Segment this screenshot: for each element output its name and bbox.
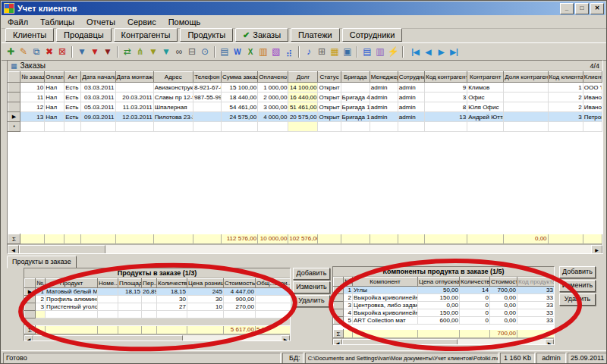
cell[interactable] xyxy=(153,122,193,132)
cell[interactable]: Иванов xyxy=(583,93,602,102)
row-selector-header[interactable] xyxy=(334,278,344,287)
minimize-button[interactable]: _ xyxy=(560,3,574,14)
column-header[interactable]: Телефон xyxy=(193,72,221,83)
cell[interactable] xyxy=(98,311,118,318)
cell[interactable] xyxy=(341,122,370,132)
cell[interactable]: Пилотова 23-2 xyxy=(153,112,193,122)
grid-setup-icon[interactable]: ▦ xyxy=(329,46,341,58)
cell[interactable]: 2 xyxy=(548,93,583,102)
new-row-marker[interactable]: * xyxy=(8,122,20,132)
last-record-icon[interactable]: ▶| xyxy=(448,48,460,56)
orders-hscrollbar[interactable]: ◀ ▶ xyxy=(8,244,602,254)
column-header[interactable]: Номе... xyxy=(98,279,118,288)
cell[interactable] xyxy=(20,122,45,132)
form-setup-icon[interactable]: ▣ xyxy=(341,46,354,58)
cell[interactable]: Нал xyxy=(45,112,64,122)
cell[interactable] xyxy=(224,311,256,318)
cell[interactable] xyxy=(36,311,46,318)
product-row[interactable]: 2Профиль алюминиев3030900,00 xyxy=(25,296,291,303)
products-edit-button[interactable]: Изменить xyxy=(293,281,330,293)
delete-record-icon[interactable]: ✖ xyxy=(43,46,55,58)
cell[interactable]: 18,15 xyxy=(118,288,142,296)
cell[interactable]: 3 000,00 xyxy=(258,102,288,112)
cell[interactable]: Нал xyxy=(45,93,64,102)
cell[interactable] xyxy=(187,311,224,318)
components-add-button[interactable]: Добавить xyxy=(559,266,596,278)
cell[interactable] xyxy=(256,288,291,296)
column-header[interactable]: Пер... xyxy=(142,279,157,288)
row-selector[interactable] xyxy=(334,309,344,317)
cell[interactable]: 1 000,00 xyxy=(258,83,288,93)
column-header[interactable]: Количество xyxy=(157,279,187,288)
row-selector[interactable] xyxy=(334,317,344,325)
order-row-selected[interactable]: ▶ 13НалЕсть09.03.201112.03.2011Пилотова … xyxy=(8,112,602,122)
scroll-right-icon[interactable]: ▶ xyxy=(545,339,554,345)
cell[interactable]: 03.03.2011 xyxy=(81,83,115,93)
column-header[interactable]: Контрагент xyxy=(467,72,504,83)
column-header[interactable]: Адрес xyxy=(153,72,193,83)
cell[interactable] xyxy=(142,296,157,303)
cell[interactable]: 0 xyxy=(460,294,490,302)
cell[interactable]: 33 xyxy=(517,309,555,317)
cell[interactable]: 0,00 xyxy=(490,294,517,302)
cell[interactable]: 12.03.2011 xyxy=(115,112,153,122)
cell[interactable]: 18 440,00 xyxy=(222,93,258,102)
cell[interactable]: admin xyxy=(370,112,398,122)
row-selector-header[interactable] xyxy=(25,279,36,288)
column-header[interactable]: Сумма заказа xyxy=(222,72,258,83)
cell[interactable]: 16 440,00 xyxy=(288,93,318,102)
current-row-marker[interactable]: ▶ xyxy=(25,288,36,296)
cell[interactable] xyxy=(504,102,548,112)
cell[interactable]: 3 xyxy=(424,93,467,102)
export-xml-icon[interactable]: ▧ xyxy=(270,46,282,58)
cell[interactable]: 2 000,00 xyxy=(258,93,288,102)
cell[interactable] xyxy=(256,296,291,303)
row-selector[interactable] xyxy=(8,102,20,112)
component-row-selected[interactable]: ▶ 1Углы50,0014700,0033 xyxy=(334,287,555,294)
scroll-thumb[interactable] xyxy=(19,245,105,254)
cell[interactable]: Офис xyxy=(467,93,504,102)
tab-sellers[interactable]: Продавцы xyxy=(56,28,112,42)
cell[interactable] xyxy=(288,122,318,132)
cell[interactable]: 0 xyxy=(460,309,490,317)
cell[interactable]: 1 xyxy=(344,287,353,294)
order-new-row[interactable]: * xyxy=(8,122,602,132)
cell[interactable]: 150,00 xyxy=(418,309,460,317)
cell[interactable] xyxy=(398,122,424,132)
column-header[interactable]: Цена отпускная xyxy=(418,278,460,287)
cell[interactable] xyxy=(193,122,221,132)
cell[interactable] xyxy=(115,122,153,132)
row-selector[interactable] xyxy=(8,93,20,102)
cell[interactable] xyxy=(193,102,221,112)
cell[interactable]: Выкройка криволинейного xyxy=(353,309,418,317)
cell[interactable]: Нал xyxy=(45,102,64,112)
column-header[interactable]: Код контрагента xyxy=(424,72,467,83)
add-record-icon[interactable]: ✚ xyxy=(5,46,17,58)
column-header[interactable]: Стоимость xyxy=(490,278,517,287)
maximize-button[interactable]: □ xyxy=(575,3,589,14)
cell[interactable] xyxy=(504,122,548,132)
export-csv-icon[interactable]: ▥ xyxy=(257,46,269,58)
cell[interactable]: 10 xyxy=(187,303,224,311)
cell[interactable]: admin xyxy=(370,93,398,102)
cell[interactable]: admin xyxy=(370,83,398,93)
row-selector[interactable] xyxy=(8,83,20,93)
cell[interactable]: 54 461,00 xyxy=(222,102,258,112)
row-selector[interactable] xyxy=(25,296,36,303)
cell[interactable]: 3 xyxy=(344,302,353,309)
cell[interactable] xyxy=(504,83,548,93)
cell[interactable]: 900,00 xyxy=(224,296,256,303)
tab-contractors[interactable]: Контрагенты xyxy=(114,28,178,42)
column-header[interactable]: Сотрудник xyxy=(398,72,424,83)
cell[interactable]: Профиль алюминиев xyxy=(46,296,98,303)
cell[interactable]: 4 000,00 xyxy=(258,112,288,122)
cell[interactable]: Юля Офис xyxy=(467,102,504,112)
close-button[interactable]: ✕ xyxy=(590,3,604,14)
cell[interactable]: Открыт xyxy=(318,93,341,102)
cell[interactable]: 18,15 xyxy=(157,288,187,296)
menu-reports[interactable]: Отчеты xyxy=(86,17,115,27)
cell[interactable] xyxy=(222,122,258,132)
cell[interactable]: 09.03.2011 xyxy=(81,112,115,122)
cell[interactable] xyxy=(142,311,157,318)
cell[interactable]: 11 xyxy=(20,93,45,102)
